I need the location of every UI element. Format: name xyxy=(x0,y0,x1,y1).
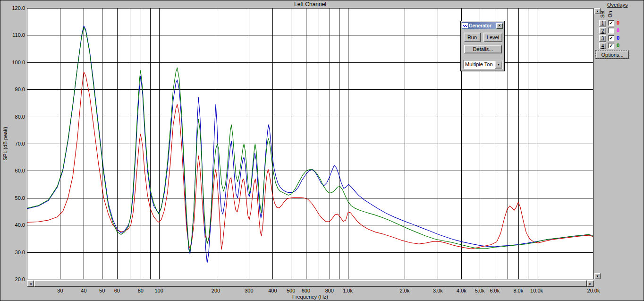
scroll-left-button[interactable]: ◄ xyxy=(27,280,34,287)
right-arrow-icon: ► xyxy=(589,282,592,285)
down-arrow-icon: ▼ xyxy=(596,275,599,278)
x-tick-label: 2.0k xyxy=(400,288,410,293)
trace-overlay-3-blue xyxy=(27,26,593,263)
scroll-down-button[interactable]: ▼ xyxy=(594,273,601,279)
x-tick-label: 800 xyxy=(325,288,334,293)
close-icon: × xyxy=(498,24,500,28)
overlay-1-value: 0 xyxy=(617,20,619,26)
overlay-2-checkbox[interactable] xyxy=(608,27,614,34)
overlays-on-column-label: On xyxy=(608,7,613,21)
y-tick-label: 70.0 xyxy=(0,141,25,146)
tone-select-value: Multiple Ton xyxy=(464,60,495,69)
x-tick-label: 60 xyxy=(114,288,120,293)
x-tick-label: 80 xyxy=(138,288,144,293)
close-button[interactable]: × xyxy=(496,23,503,29)
x-tick-label: 100 xyxy=(154,288,163,293)
generator-dialog: Generator × Run Level Details... Multipl… xyxy=(460,21,505,71)
y-tick-label: 80.0 xyxy=(0,114,25,120)
overlay-3-value: 0 xyxy=(617,35,619,41)
chart-title: Left Channel xyxy=(27,1,593,8)
left-arrow-icon: ◄ xyxy=(29,282,32,285)
overlays-set-column-label: Set xyxy=(600,7,606,21)
overlay-1-checkbox[interactable]: ✓ xyxy=(608,20,614,26)
y-tick-label: 40.0 xyxy=(0,222,25,228)
x-tick-label: 20.0k xyxy=(587,288,600,293)
x-tick-label: 300 xyxy=(245,288,253,293)
overlay-1-button[interactable]: 1 xyxy=(599,20,606,26)
overlay-4-value: 0 xyxy=(617,43,619,48)
x-tick-label: 3.0k xyxy=(433,288,443,293)
y-tick-label: 50.0 xyxy=(0,195,25,201)
x-tick-label: 8.0k xyxy=(513,288,523,293)
level-button[interactable]: Level xyxy=(483,33,502,42)
spectrum-plot xyxy=(27,8,593,279)
x-tick-label: 200 xyxy=(212,288,220,293)
x-tick-label: 6.0k xyxy=(490,288,500,293)
x-tick-label: 400 xyxy=(268,288,277,293)
y-tick-label: 120.0 xyxy=(0,5,25,11)
x-tick-label: 10.0k xyxy=(530,288,543,293)
overlay-4-button[interactable]: 4 xyxy=(599,43,606,49)
x-tick-label: 500 xyxy=(287,288,295,293)
options-button[interactable]: Options... xyxy=(596,51,629,59)
overlay-3-checkbox[interactable]: ✓ xyxy=(608,35,614,41)
run-button[interactable]: Run xyxy=(464,33,481,42)
grid-lines xyxy=(27,8,593,279)
overlay-4-checkbox[interactable]: ✓ xyxy=(608,43,614,49)
trace-overlay-4-green xyxy=(27,27,593,252)
waveform-icon xyxy=(462,23,468,28)
y-tick-label: 20.0 xyxy=(0,276,25,282)
overlay-3-button[interactable]: 3 xyxy=(599,35,606,42)
scrollbar-thumb[interactable] xyxy=(34,280,587,287)
spectrum-chart xyxy=(27,8,593,279)
y-tick-label: 90.0 xyxy=(0,86,25,92)
trace-overlay-1-red xyxy=(27,72,593,249)
dropdown-button[interactable]: ▼ xyxy=(495,60,502,69)
details-button[interactable]: Details... xyxy=(464,45,502,53)
x-tick-label: 4.0k xyxy=(457,288,466,293)
up-arrow-icon: ▲ xyxy=(596,9,599,13)
app-window: Left Channel SPL (dB peak) ▲ ▼ ◄ ► Frequ… xyxy=(0,0,644,301)
overlay-2-button[interactable]: 2 xyxy=(599,27,606,34)
y-tick-label: 60.0 xyxy=(0,168,25,173)
y-tick-label: 110.0 xyxy=(0,32,25,38)
x-tick-label: 1.0k xyxy=(343,288,353,293)
x-tick-label: 50 xyxy=(99,288,105,293)
overlay-2-value: 0 xyxy=(617,27,619,33)
horizontal-scrollbar[interactable]: ◄ ► xyxy=(27,280,594,287)
y-tick-label: 30.0 xyxy=(0,249,25,255)
y-tick-label: 100.0 xyxy=(0,60,25,65)
x-tick-label: 5.0k xyxy=(475,288,485,293)
tone-select-dropdown[interactable]: Multiple Ton ▼ xyxy=(463,60,503,69)
x-tick-label: 600 xyxy=(302,288,310,293)
x-tick-label: 30 xyxy=(57,288,63,293)
scroll-right-button[interactable]: ► xyxy=(587,280,594,287)
x-axis-label: Frequency (Hz) xyxy=(27,294,593,300)
generator-dialog-title: Generator xyxy=(469,23,496,28)
x-tick-label: 40 xyxy=(81,288,86,293)
chevron-down-icon: ▼ xyxy=(497,63,500,66)
generator-dialog-titlebar[interactable]: Generator × xyxy=(462,22,503,29)
